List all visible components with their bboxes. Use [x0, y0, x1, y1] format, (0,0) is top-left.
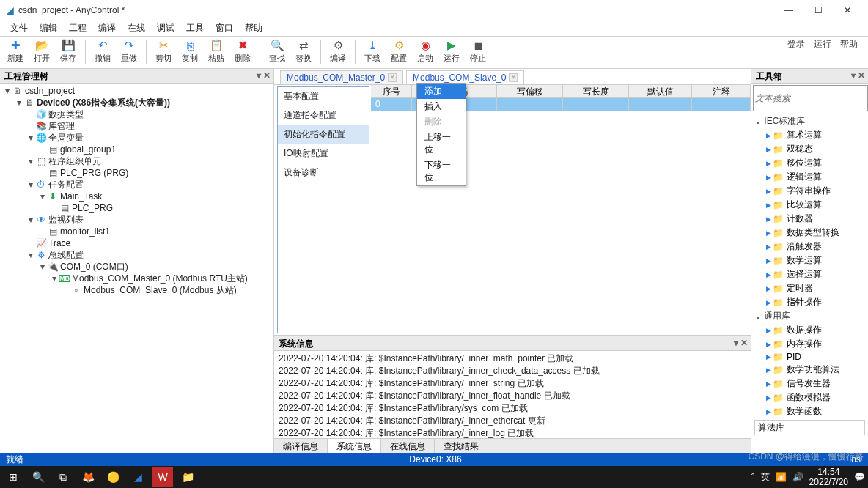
editor-tab[interactable]: Modbus_COM_Master_0×	[280, 70, 403, 84]
tree-node[interactable]: ▾🖥Device0 (X86指令集系统(大容量))	[3, 97, 271, 108]
tool-删除[interactable]: ✖删除	[230, 38, 255, 64]
ime-icon[interactable]: 英	[761, 471, 770, 484]
toolbox-search-input[interactable]	[753, 85, 868, 111]
project-tree[interactable]: ▾🗎csdn_project▾🖥Device0 (X86指令集系统(大容量))🧊…	[0, 84, 273, 453]
tree-node[interactable]: ▾🌐全局变量	[3, 132, 271, 144]
tree-node[interactable]: ▤PLC_PRG (PRG)	[3, 167, 271, 179]
menu-item[interactable]: 编辑	[34, 21, 63, 36]
tool-停止[interactable]: ⏹停止	[466, 38, 490, 64]
tab-close-icon[interactable]: ×	[388, 73, 397, 82]
explorer-icon[interactable]: 📁	[177, 467, 198, 487]
menu-item[interactable]: 调试	[151, 21, 180, 36]
volume-icon[interactable]: 🔊	[792, 472, 803, 482]
menu-item[interactable]: 工具	[180, 21, 210, 36]
toolbox-item[interactable]: ▶📁算术运算	[753, 128, 867, 142]
toolbox-item[interactable]: ▶📁数学功能算法	[753, 363, 867, 377]
notification-icon[interactable]: 💬	[854, 472, 865, 482]
minimize-button[interactable]: —	[774, 0, 803, 21]
syslog-tab[interactable]: 系统信息	[328, 439, 381, 453]
menu-item[interactable]: 在线	[122, 21, 151, 36]
tree-twisty-icon[interactable]: ▾	[3, 86, 12, 96]
anycontrol-icon[interactable]: ◢	[128, 467, 148, 487]
cell-def[interactable]	[629, 98, 692, 111]
search-icon[interactable]: 🔍	[28, 467, 48, 487]
config-item[interactable]: 设备诊断	[278, 163, 369, 182]
tree-twisty-icon[interactable]: ▾	[38, 262, 47, 272]
toolbox-category[interactable]: ⌄ 通用库	[753, 309, 867, 323]
tool-启动[interactable]: ◉启动	[413, 38, 438, 64]
menu-item[interactable]: 编译	[92, 21, 122, 36]
tree-twisty-icon[interactable]: ▾	[50, 273, 59, 284]
close-button[interactable]: ✕	[833, 0, 862, 21]
toolbox-item[interactable]: ▶📁计数器	[753, 212, 867, 226]
toolbox-item[interactable]: ▶📁数据操作	[753, 323, 867, 337]
cell-note[interactable]	[692, 98, 751, 111]
tree-node[interactable]: ▾MBModbus_COM_Master_0 (Modbus RTU主站)	[3, 273, 271, 284]
toolbar-link[interactable]: 运行	[814, 38, 831, 51]
tree-twisty-icon[interactable]: ▾	[26, 180, 35, 190]
tool-复制[interactable]: ⎘复制	[177, 38, 202, 64]
toolbox-category[interactable]: ⌄ IEC标准库	[753, 114, 867, 128]
tree-node[interactable]: ▾⬚程序组织单元	[3, 155, 271, 167]
menu-item[interactable]: 工程	[63, 21, 92, 36]
tool-编译[interactable]: ⚙编译	[326, 38, 350, 64]
context-menu-item[interactable]: 下移一位	[417, 158, 466, 185]
toolbox-item[interactable]: ▶📁数据类型转换	[753, 226, 867, 240]
tool-新建[interactable]: ✚新建	[3, 38, 28, 64]
toolbox-item[interactable]: ▶📁内存操作	[753, 337, 867, 351]
config-item[interactable]: 初始化指令配置	[278, 125, 369, 144]
tree-node[interactable]: ▾⚙总线配置	[3, 249, 271, 261]
tool-保存[interactable]: 💾保存	[56, 38, 81, 64]
syslog-close-icon[interactable]: ▾ ✕	[734, 338, 748, 348]
panel-close-icon[interactable]: ▾ ✕	[257, 70, 271, 81]
tree-node[interactable]: 📈Trace	[3, 237, 271, 249]
toolbox-item[interactable]: ▶📁双稳态	[753, 142, 867, 156]
start-button[interactable]: ⊞	[3, 467, 23, 487]
tree-node[interactable]: ▾⬇Main_Task	[3, 191, 271, 202]
tree-twisty-icon[interactable]: ▾	[26, 250, 35, 260]
maximize-button[interactable]: ☐	[803, 0, 833, 21]
wps-icon[interactable]: W	[152, 467, 173, 487]
tree-node[interactable]: ▤global_group1	[3, 144, 271, 155]
menu-item[interactable]: 帮助	[239, 21, 268, 36]
toolbox-item[interactable]: ▶📁信号发生器	[753, 377, 867, 391]
system-tray[interactable]: ˄ 英 📶 🔊 14:54 2022/7/20 💬	[751, 467, 865, 487]
syslog-body[interactable]: 2022-07-20 14:20:04: 库: $InstancePath/li…	[274, 351, 751, 438]
tool-撤销[interactable]: ↶撤销	[90, 38, 115, 64]
toolbox-item[interactable]: ▶📁函数模拟器	[753, 391, 867, 404]
cell-woff[interactable]	[497, 98, 563, 111]
tool-运行[interactable]: ▶运行	[439, 38, 464, 64]
menu-item[interactable]: 窗口	[210, 21, 239, 36]
toolbox-item[interactable]: ▶📁数学运算	[753, 254, 867, 267]
toolbox-item[interactable]: ▶📁比较运算	[753, 198, 867, 212]
tool-重做[interactable]: ↷重做	[117, 38, 141, 64]
toolbox-item[interactable]: ▶📁PID	[753, 351, 867, 363]
tool-查找[interactable]: 🔍查找	[265, 38, 290, 64]
tree-twisty-icon[interactable]: ▾	[15, 97, 23, 108]
tree-twisty-icon[interactable]: ▾	[26, 133, 35, 143]
cell-idx[interactable]: 0	[371, 98, 412, 111]
toolbox-item[interactable]: ▶📁字符串操作	[753, 184, 867, 198]
tool-配置[interactable]: ⚙配置	[386, 38, 411, 64]
tree-twisty-icon[interactable]: ▾	[26, 156, 35, 166]
toolbox-item[interactable]: ▶📁数学函数	[753, 404, 867, 418]
toolbox-item[interactable]: ▶📁定时器	[753, 281, 867, 295]
toolbar-link[interactable]: 登录	[787, 38, 805, 51]
tray-up-icon[interactable]: ˄	[751, 472, 755, 482]
syslog-tab[interactable]: 编译信息	[274, 439, 328, 453]
toolbox-tree[interactable]: ⌄ IEC标准库▶📁算术运算▶📁双稳态▶📁移位运算▶📁逻辑运算▶📁字符串操作▶📁…	[751, 113, 868, 453]
tool-替换[interactable]: ⇄替换	[291, 38, 316, 64]
tree-node[interactable]: 🧊数据类型	[3, 108, 271, 120]
tool-下载[interactable]: ⤓下载	[360, 38, 385, 64]
wifi-icon[interactable]: 📶	[776, 472, 787, 482]
tool-剪切[interactable]: ✂剪切	[151, 38, 176, 64]
config-item[interactable]: 通道指令配置	[278, 106, 369, 125]
cell-wlen[interactable]	[563, 98, 629, 111]
tree-node[interactable]: ▤monitor_list1	[3, 226, 271, 237]
menu-item[interactable]: 文件	[4, 21, 34, 36]
tree-node[interactable]: ▫Modbus_COM_Slave_0 (Modbus 从站)	[3, 284, 271, 296]
tool-打开[interactable]: 📂打开	[29, 38, 54, 64]
toolbox-item[interactable]: ▶📁指针操作	[753, 295, 867, 309]
toolbox-item[interactable]: ▶📁移位运算	[753, 156, 867, 170]
config-item[interactable]: IO映射配置	[278, 144, 369, 163]
